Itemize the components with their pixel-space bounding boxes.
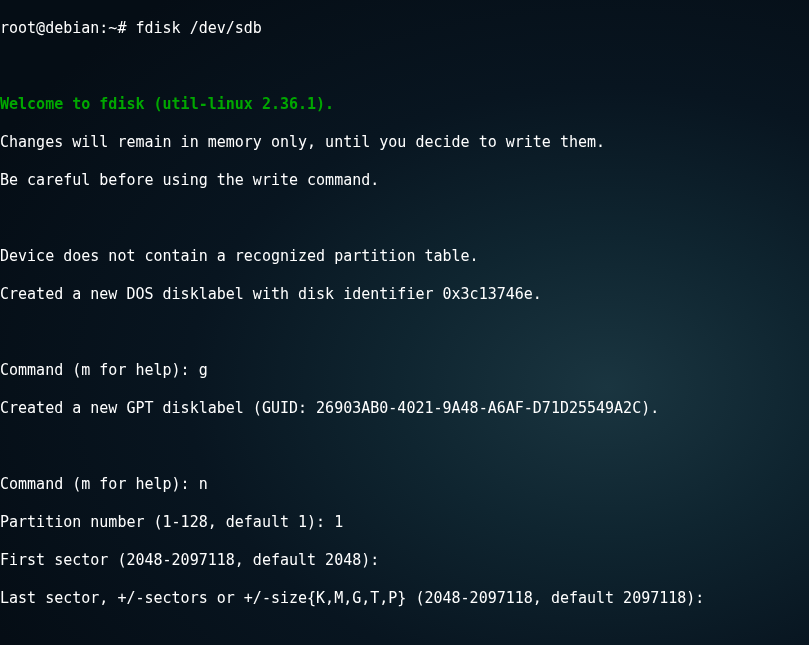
fdisk-no-table: Device does not contain a recognized par… [0,247,809,266]
blank-line [0,627,809,645]
fdisk-dos-label: Created a new DOS disklabel with disk id… [0,285,809,304]
shell-prompt: root@debian:~# [0,19,135,37]
fdisk-cmd-g: Command (m for help): g [0,361,809,380]
blank-line [0,57,809,76]
fdisk-partition-number: Partition number (1-128, default 1): 1 [0,513,809,532]
blank-line [0,323,809,342]
command-fdisk: fdisk /dev/sdb [135,19,261,37]
fdisk-first-sector: First sector (2048-2097118, default 2048… [0,551,809,570]
fdisk-gpt-label: Created a new GPT disklabel (GUID: 26903… [0,399,809,418]
fdisk-intro-1: Changes will remain in memory only, unti… [0,133,809,152]
fdisk-intro-2: Be careful before using the write comman… [0,171,809,190]
fdisk-last-sector: Last sector, +/-sectors or +/-size{K,M,G… [0,589,809,608]
fdisk-welcome: Welcome to fdisk (util-linux 2.36.1). [0,95,809,114]
fdisk-cmd-n: Command (m for help): n [0,475,809,494]
terminal-output[interactable]: root@debian:~# fdisk /dev/sdb Welcome to… [0,0,809,645]
prompt-line-1: root@debian:~# fdisk /dev/sdb [0,19,809,38]
blank-line [0,209,809,228]
blank-line [0,437,809,456]
